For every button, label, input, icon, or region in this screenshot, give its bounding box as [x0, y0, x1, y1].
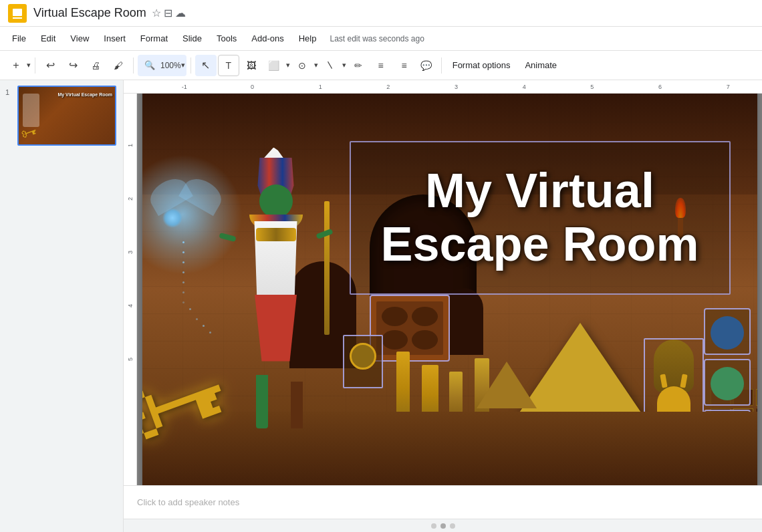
ruler-mark-6: 6	[626, 84, 694, 90]
ruler-mark-4: 4	[490, 84, 558, 90]
notes-area[interactable]: Click to add speaker notes	[124, 485, 762, 519]
menu-view[interactable]: View	[64, 31, 96, 46]
print-button[interactable]: 🖨	[85, 55, 106, 76]
egyptian-figure[interactable]	[209, 148, 343, 428]
figure-leg-left	[256, 375, 268, 428]
ruler-mark-1: 1	[286, 84, 354, 90]
menu-slide[interactable]: Slide	[176, 31, 209, 46]
medallion-inner-1	[711, 316, 744, 350]
puzzle-medallion-2[interactable]	[704, 359, 751, 406]
comment-button[interactable]: 💬	[416, 55, 437, 76]
align-button[interactable]: ≡	[370, 55, 392, 76]
puzzle-medallion-1[interactable]	[704, 308, 751, 355]
shape-dropdown-icon[interactable]: ▾	[286, 61, 290, 70]
cloud-icon[interactable]: ☁	[175, 7, 186, 19]
slide-preview-title: My Virtual Escape Room	[57, 92, 112, 98]
zoom-group: 🔍 100% ▾	[138, 55, 186, 76]
ruler-top: -1 0 1 2 3 4 5 6 7	[124, 80, 762, 94]
figure-staff	[324, 201, 330, 335]
menu-edit[interactable]: Edit	[34, 31, 62, 46]
ruler-mark-v-3: 3	[127, 201, 134, 254]
figure-head	[259, 184, 293, 218]
main-area: 1 My Virtual Escape Room 🗝 -1 0 1	[0, 80, 762, 532]
content-area: -1 0 1 2 3 4 5 6 7 1 2 3 4 5	[124, 80, 762, 532]
slide-title-box[interactable]: My Virtual Escape Room	[350, 141, 731, 295]
undo-button[interactable]: ↩	[39, 55, 61, 76]
text-select-button[interactable]: T	[218, 55, 239, 76]
separator-3	[190, 57, 191, 74]
small-pyramid	[477, 362, 537, 408]
scroll-dot-1	[431, 523, 436, 529]
zoom-dropdown-icon[interactable]: ▾	[181, 61, 185, 70]
tablet-circle-1	[382, 307, 408, 326]
separator-4	[441, 57, 442, 74]
format-options-button[interactable]: Format options	[446, 57, 517, 73]
bottom-bar	[124, 519, 762, 532]
menu-format[interactable]: Format	[134, 31, 174, 46]
animate-button[interactable]: Animate	[518, 57, 563, 73]
figure-skirt	[253, 295, 299, 362]
separator-2	[133, 57, 134, 74]
menu-bar: File Edit View Insert Format Slide Tools…	[0, 27, 762, 51]
ruler-mark-v-2: 2	[127, 147, 134, 201]
title-bar: Virtual Escape Room ☆ ⊟ ☁	[0, 0, 762, 27]
tablet-circle-3	[382, 330, 408, 350]
slide-preview-1: My Virtual Escape Room 🗝	[17, 86, 116, 146]
slide-thumbnail-1[interactable]: 1 My Virtual Escape Room 🗝	[5, 86, 118, 146]
ruler-left: 1 2 3 4 5	[124, 94, 137, 485]
menu-tools[interactable]: Tools	[210, 31, 243, 46]
add-button[interactable]: +	[5, 55, 27, 76]
ruler-mark-2: 2	[354, 84, 422, 90]
shape-button[interactable]: ⬜	[263, 55, 285, 76]
ruler-mark-3: 3	[422, 84, 491, 90]
scroll-dot-2	[440, 523, 446, 529]
menu-help[interactable]: Help	[292, 31, 324, 46]
figure-belt	[256, 228, 296, 241]
ruler-mark-v-4: 4	[127, 254, 134, 307]
folder-icon[interactable]: ⊟	[164, 7, 172, 19]
redo-button[interactable]: ↪	[62, 55, 84, 76]
add-group: + ▾	[5, 55, 31, 76]
notes-placeholder[interactable]: Click to add speaker notes	[137, 497, 239, 507]
app-icon	[8, 4, 27, 23]
add-dropdown-icon[interactable]: ▾	[27, 61, 31, 70]
tablet-inner	[376, 301, 443, 355]
last-edit-status: Last edit was seconds ago	[330, 34, 424, 43]
tablet-circle-4	[412, 330, 438, 350]
zoom-button[interactable]: 🔍	[139, 55, 160, 76]
paint-format-button[interactable]: 🖌	[108, 55, 129, 76]
menu-insert[interactable]: Insert	[97, 31, 132, 46]
canopic-jar-body	[654, 340, 694, 393]
clock-item[interactable]	[343, 335, 383, 388]
scroll-indicators	[431, 523, 455, 529]
ruler-mark-5: 5	[558, 84, 626, 90]
circle-button[interactable]: ⊙	[291, 55, 313, 76]
editor-area: 1 2 3 4 5	[124, 94, 762, 485]
menu-addons[interactable]: Add-ons	[245, 31, 290, 46]
line-button[interactable]: /	[315, 50, 345, 80]
small-pyramid-wrapper	[477, 362, 537, 408]
spacing-button[interactable]: ≡	[393, 55, 414, 76]
ruler-mark-v-1: 1	[127, 94, 134, 147]
slide-number-1: 1	[5, 88, 13, 96]
slide-preview-inner: My Virtual Escape Room 🗝	[19, 87, 115, 144]
slide-canvas-wrapper[interactable]: 🗝 My Virtual Escape Room	[137, 94, 762, 485]
svg-rect-1	[13, 9, 22, 16]
zoom-level[interactable]: 100%	[160, 61, 181, 70]
cursor-select-button[interactable]: ↖	[195, 55, 217, 76]
ruler-mark-7: 7	[694, 84, 762, 90]
slide-canvas[interactable]: 🗝 My Virtual Escape Room	[142, 94, 757, 485]
slide-preview-figure	[23, 94, 39, 127]
slide-panel: 1 My Virtual Escape Room 🗝	[0, 80, 124, 532]
star-icon[interactable]: ☆	[152, 7, 161, 19]
ruler-mark-v-5: 5	[127, 307, 134, 361]
svg-rect-2	[13, 17, 22, 19]
tablet-circle-2	[412, 307, 438, 326]
image-insert-button[interactable]: 🖼	[241, 55, 262, 76]
ruler-mark-0: 0	[219, 84, 287, 90]
doc-title[interactable]: Virtual Escape Room	[33, 6, 146, 20]
menu-file[interactable]: File	[5, 31, 33, 46]
scroll-dot-3	[450, 523, 455, 529]
pen-button[interactable]: ✏	[348, 55, 369, 76]
sparkle-chain	[182, 241, 184, 243]
